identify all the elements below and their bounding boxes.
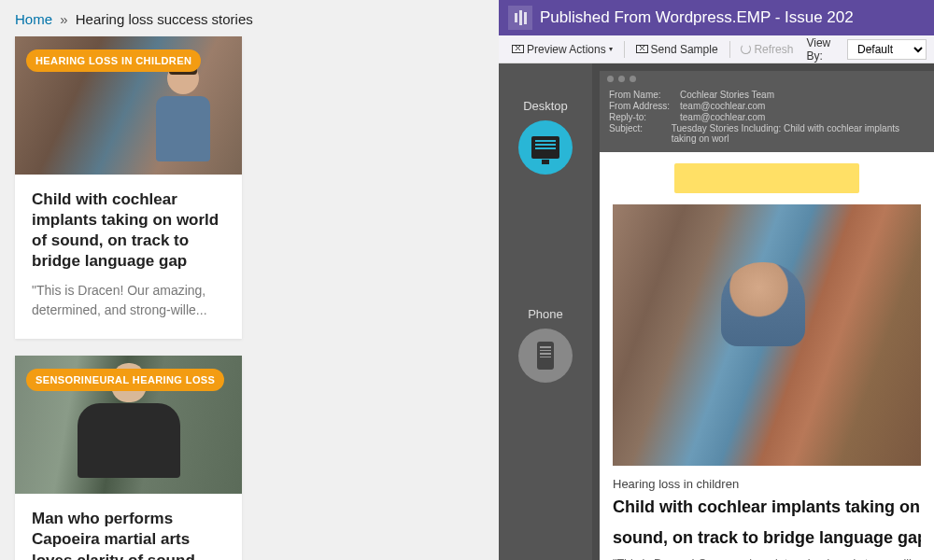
card-image: SENSORINEURAL HEARING LOSS	[15, 356, 242, 494]
chevron-down-icon: ▾	[609, 45, 613, 53]
device-column: Desktop Phone	[499, 63, 592, 560]
view-by-label: View By:	[806, 36, 843, 63]
separator	[729, 41, 730, 58]
envelope-icon	[512, 45, 524, 53]
email-title: Child with cochlear implants taking on w…	[613, 497, 921, 518]
website-panel: Home » Hearing loss success stories HEAR…	[0, 0, 499, 560]
person-silhouette	[149, 63, 218, 175]
desktop-device[interactable]: Desktop	[518, 99, 573, 175]
refresh-icon	[741, 44, 751, 54]
desktop-icon	[518, 120, 573, 175]
preview-actions-button[interactable]: Preview Actions▾	[506, 41, 618, 58]
category-tag[interactable]: HEARING LOSS IN CHILDREN	[26, 49, 201, 72]
phone-icon	[518, 329, 573, 383]
breadcrumb: Home » Hearing loss success stories	[0, 0, 499, 36]
send-sample-button[interactable]: Send Sample	[630, 41, 724, 58]
breadcrumb-current: Hearing loss success stories	[76, 11, 253, 27]
email-frame: From Name:Cochlear Stories Team From Add…	[592, 63, 934, 560]
breadcrumb-home[interactable]: Home	[15, 11, 52, 27]
breadcrumb-sep: »	[56, 11, 71, 27]
category-tag[interactable]: SENSORINEURAL HEARING LOSS	[26, 369, 224, 391]
card-title: Child with cochlear implants taking on w…	[32, 189, 225, 272]
card-title: Man who performs Capoeira martial arts l…	[32, 509, 225, 560]
phone-device[interactable]: Phone	[518, 307, 573, 383]
card-grid: HEARING LOSS IN CHILDREN Child with coch…	[0, 36, 499, 560]
preview-area: Desktop Phone From Name:Cochlear Stories…	[499, 63, 934, 560]
story-card[interactable]: SENSORINEURAL HEARING LOSS Man who perfo…	[15, 356, 242, 560]
app-logo-icon	[508, 6, 532, 30]
refresh-button[interactable]: Refresh	[735, 41, 799, 58]
email-header-bar	[674, 163, 859, 193]
card-excerpt: "This is Dracen! Our amazing, determined…	[32, 281, 225, 320]
device-label: Desktop	[523, 99, 568, 113]
card-image: HEARING LOSS IN CHILDREN	[15, 36, 242, 175]
window-controls	[600, 71, 934, 86]
email-hero-image	[613, 204, 921, 466]
email-category: Hearing loss in children	[613, 477, 921, 491]
email-meta: From Name:Cochlear Stories Team From Add…	[600, 86, 934, 152]
title-bar: Published From Wordpress.EMP - Issue 202	[499, 0, 934, 35]
email-title: sound, on track to bridge language gap	[613, 527, 921, 549]
device-label: Phone	[528, 307, 563, 321]
window-title: Published From Wordpress.EMP - Issue 202	[540, 8, 854, 27]
separator	[624, 41, 625, 58]
envelope-icon	[636, 45, 648, 53]
story-card[interactable]: HEARING LOSS IN CHILDREN Child with coch…	[15, 36, 242, 339]
email-builder-panel: Published From Wordpress.EMP - Issue 202…	[499, 0, 934, 560]
toolbar: Preview Actions▾ Send Sample Refresh Vie…	[499, 35, 934, 63]
view-by-select[interactable]: Default	[847, 39, 927, 60]
email-body: Hearing loss in children Child with coch…	[600, 152, 934, 560]
